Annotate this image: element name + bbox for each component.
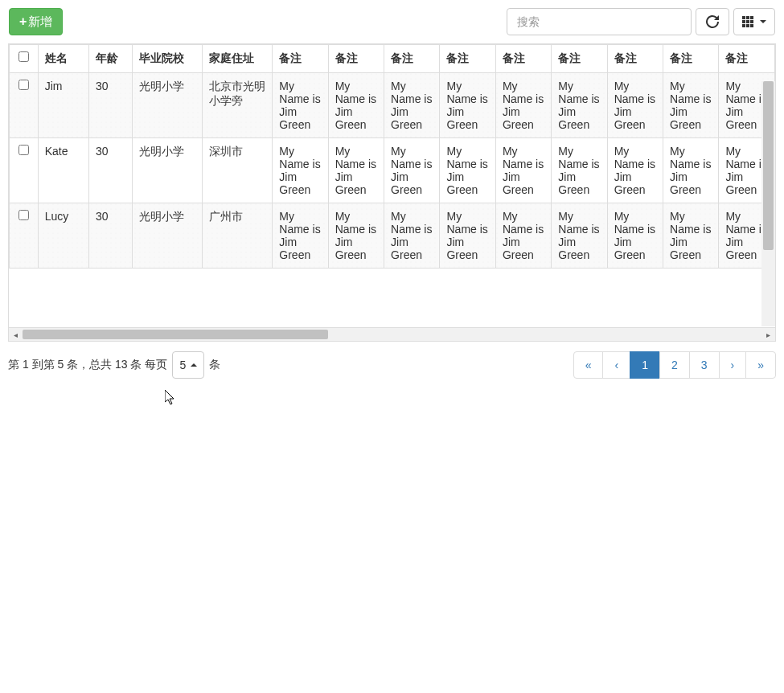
- header-note[interactable]: 备注: [607, 45, 663, 73]
- cell-name: Lucy: [38, 203, 88, 269]
- cell-note: My Name is Jim Green: [273, 203, 328, 269]
- header-note[interactable]: 备注: [719, 45, 775, 73]
- refresh-icon: [706, 15, 719, 28]
- data-table: 姓名 年龄 毕业院校 家庭住址 备注 备注 备注 备注 备注 备注 备注 备注 …: [9, 44, 775, 269]
- row-checkbox[interactable]: [18, 145, 29, 155]
- cell-note: My Name is Jim Green: [328, 203, 384, 269]
- cell-school: 光明小学: [132, 73, 202, 138]
- chevron-down-icon: [760, 20, 766, 23]
- scroll-right-arrow[interactable]: ▸: [761, 328, 775, 341]
- table-scroll[interactable]: 姓名 年龄 毕业院校 家庭住址 备注 备注 备注 备注 备注 备注 备注 备注 …: [9, 44, 775, 327]
- cell-school: 光明小学: [132, 203, 202, 269]
- row-checkbox-cell: [10, 73, 39, 138]
- table-container: 姓名 年龄 毕业院校 家庭住址 备注 备注 备注 备注 备注 备注 备注 备注 …: [8, 43, 776, 342]
- cell-age: 30: [88, 138, 132, 203]
- header-name[interactable]: 姓名: [38, 45, 88, 73]
- cell-note: My Name is Jim Green: [607, 203, 663, 269]
- page-last[interactable]: »: [745, 351, 776, 379]
- header-note[interactable]: 备注: [663, 45, 719, 73]
- select-all-checkbox[interactable]: [18, 51, 29, 62]
- cell-note: My Name is Jim Green: [552, 73, 607, 138]
- table-header-row: 姓名 年龄 毕业院校 家庭住址 备注 备注 备注 备注 备注 备注 备注 备注 …: [10, 45, 775, 73]
- table-row: Kate30光明小学深圳市My Name is Jim GreenMy Name…: [10, 138, 775, 203]
- row-checkbox[interactable]: [18, 80, 29, 90]
- pagination: « ‹ 1 2 3 › »: [574, 351, 776, 379]
- page-size-value: 5: [179, 359, 186, 371]
- cell-note: My Name is Jim Green: [384, 138, 440, 203]
- page-prev[interactable]: ‹: [602, 351, 630, 379]
- cell-note: My Name is Jim Green: [440, 203, 495, 269]
- search-input[interactable]: [507, 8, 692, 35]
- header-note[interactable]: 备注: [552, 45, 607, 73]
- header-note[interactable]: 备注: [440, 45, 495, 73]
- cell-address: 广州市: [202, 203, 272, 269]
- header-school[interactable]: 毕业院校: [132, 45, 202, 73]
- vertical-scrollbar[interactable]: [761, 81, 775, 326]
- header-note[interactable]: 备注: [273, 45, 328, 73]
- header-address[interactable]: 家庭住址: [202, 45, 272, 73]
- toolbar: +新增: [8, 8, 776, 35]
- page-size-select[interactable]: 5: [172, 351, 204, 379]
- cell-note: My Name is Jim Green: [607, 138, 663, 203]
- header-note[interactable]: 备注: [384, 45, 440, 73]
- cell-note: My Name is Jim Green: [440, 73, 495, 138]
- cell-note: My Name is Jim Green: [663, 73, 719, 138]
- table-row: Lucy30光明小学广州市My Name is Jim GreenMy Name…: [10, 203, 775, 269]
- columns-button[interactable]: [733, 8, 775, 35]
- header-note[interactable]: 备注: [328, 45, 384, 73]
- cell-note: My Name is Jim Green: [552, 203, 607, 269]
- page-next[interactable]: ›: [719, 351, 747, 379]
- header-checkbox-cell: [10, 45, 39, 73]
- cell-note: My Name is Jim Green: [328, 73, 384, 138]
- header-note[interactable]: 备注: [495, 45, 551, 73]
- page-info-text: 第 1 到第 5 条，总共 13 条 每页: [8, 358, 167, 372]
- horizontal-scroll-thumb[interactable]: [23, 330, 328, 339]
- page-first[interactable]: «: [573, 351, 604, 379]
- add-button-label: 新增: [28, 14, 52, 30]
- cell-note: My Name is Jim Green: [552, 138, 607, 203]
- cell-age: 30: [88, 73, 132, 138]
- page-info: 第 1 到第 5 条，总共 13 条 每页 5 条: [8, 351, 220, 379]
- cell-address: 深圳市: [202, 138, 272, 203]
- page-3[interactable]: 3: [689, 351, 720, 379]
- header-age[interactable]: 年龄: [88, 45, 132, 73]
- refresh-button[interactable]: [696, 8, 729, 35]
- cell-school: 光明小学: [132, 138, 202, 203]
- caret-up-icon: [191, 363, 197, 367]
- page-1[interactable]: 1: [630, 351, 660, 379]
- row-checkbox[interactable]: [18, 210, 29, 220]
- cell-note: My Name is Jim Green: [495, 138, 551, 203]
- page-2[interactable]: 2: [659, 351, 690, 379]
- table-footer: 第 1 到第 5 条，总共 13 条 每页 5 条 « ‹ 1 2 3 › »: [8, 351, 776, 379]
- cell-note: My Name is Jim Green: [273, 138, 328, 203]
- cell-note: My Name is Jim Green: [328, 138, 384, 203]
- cell-note: My Name is Jim Green: [607, 73, 663, 138]
- grid-icon: [742, 16, 753, 27]
- cell-note: My Name is Jim Green: [495, 203, 551, 269]
- vertical-scroll-thumb[interactable]: [763, 81, 774, 250]
- cell-age: 30: [88, 203, 132, 269]
- cell-note: My Name is Jim Green: [440, 138, 495, 203]
- cell-note: My Name is Jim Green: [384, 203, 440, 269]
- add-button[interactable]: +新增: [9, 8, 63, 35]
- cell-name: Jim: [38, 73, 88, 138]
- cell-note: My Name is Jim Green: [495, 73, 551, 138]
- row-checkbox-cell: [10, 138, 39, 203]
- page-info-suffix: 条: [209, 358, 220, 372]
- cell-note: My Name is Jim Green: [384, 73, 440, 138]
- cell-note: My Name is Jim Green: [663, 203, 719, 269]
- cell-note: My Name is Jim Green: [273, 73, 328, 138]
- row-checkbox-cell: [10, 203, 39, 269]
- cell-note: My Name is Jim Green: [663, 138, 719, 203]
- horizontal-scrollbar[interactable]: ◂ ▸: [9, 327, 775, 341]
- plus-icon: +: [19, 14, 27, 29]
- scroll-left-arrow[interactable]: ◂: [9, 328, 23, 341]
- cell-name: Kate: [38, 138, 88, 203]
- table-row: Jim30光明小学北京市光明小学旁My Name is Jim GreenMy …: [10, 73, 775, 138]
- cell-address: 北京市光明小学旁: [202, 73, 272, 138]
